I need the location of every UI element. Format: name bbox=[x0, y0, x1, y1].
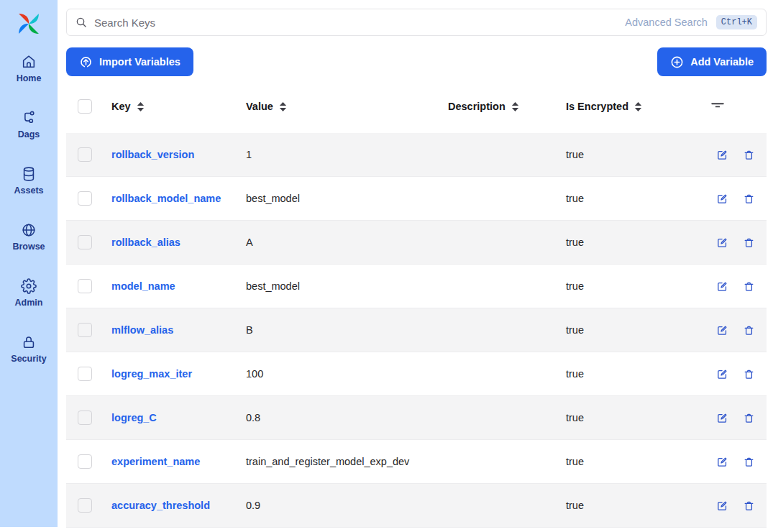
edit-icon[interactable] bbox=[716, 324, 728, 336]
row-checkbox-cell bbox=[66, 191, 101, 206]
row-checkbox[interactable] bbox=[78, 367, 92, 381]
sidebar-item-dags[interactable]: Dags bbox=[18, 110, 40, 139]
row-key-link[interactable]: logreg_C bbox=[111, 412, 157, 423]
row-value: 0.9 bbox=[246, 500, 260, 511]
header-is-encrypted-label: Is Encrypted bbox=[566, 101, 628, 112]
edit-icon[interactable] bbox=[716, 368, 728, 380]
row-key-cell: logreg_max_iter bbox=[101, 368, 235, 380]
row-value: A bbox=[246, 237, 253, 248]
advanced-search-link[interactable]: Advanced Search bbox=[625, 17, 707, 28]
header-is-encrypted[interactable]: Is Encrypted bbox=[555, 101, 699, 112]
row-key-link[interactable]: rollback_model_name bbox=[111, 193, 221, 204]
sort-icon[interactable] bbox=[634, 102, 642, 111]
row-value: best_model bbox=[246, 193, 300, 204]
row-actions bbox=[699, 500, 767, 512]
row-checkbox-cell bbox=[66, 454, 101, 469]
row-checkbox[interactable] bbox=[78, 279, 92, 293]
row-value-cell: 0.8 bbox=[235, 412, 437, 423]
sidebar-item-home[interactable]: Home bbox=[17, 54, 42, 83]
sidebar-item-label: Home bbox=[17, 73, 42, 83]
header-value[interactable]: Value bbox=[235, 101, 437, 112]
row-checkbox[interactable] bbox=[78, 323, 92, 337]
delete-icon[interactable] bbox=[743, 324, 755, 336]
plus-circle-icon bbox=[670, 55, 684, 69]
search-input[interactable] bbox=[94, 17, 625, 29]
delete-icon[interactable] bbox=[743, 149, 755, 161]
row-checkbox[interactable] bbox=[78, 147, 92, 162]
row-checkbox[interactable] bbox=[78, 191, 92, 206]
sidebar-nav: Home Dags Assets bbox=[11, 54, 46, 364]
row-value-cell: B bbox=[235, 324, 437, 336]
row-actions bbox=[699, 324, 767, 336]
edit-icon[interactable] bbox=[716, 149, 728, 161]
row-encrypted: true bbox=[566, 324, 584, 336]
sort-icon[interactable] bbox=[279, 102, 287, 111]
row-checkbox[interactable] bbox=[78, 235, 92, 249]
row-encrypted: true bbox=[566, 280, 584, 292]
edit-icon[interactable] bbox=[716, 280, 728, 293]
row-actions bbox=[699, 149, 767, 161]
row-encrypted-cell: true bbox=[555, 237, 699, 248]
sort-icon[interactable] bbox=[137, 102, 145, 111]
row-key-cell: rollback_model_name bbox=[101, 193, 235, 204]
row-key-link[interactable]: model_name bbox=[111, 280, 175, 292]
table-row: accuracy_threshold 0.9 true bbox=[66, 484, 767, 528]
header-filter-cell bbox=[699, 98, 767, 116]
row-checkbox-cell bbox=[66, 498, 101, 513]
add-variable-button[interactable]: Add Variable bbox=[657, 47, 767, 76]
sidebar-item-label: Browse bbox=[12, 242, 45, 252]
row-checkbox-cell bbox=[66, 279, 101, 293]
delete-icon[interactable] bbox=[743, 237, 755, 249]
row-encrypted: true bbox=[566, 368, 584, 380]
delete-icon[interactable] bbox=[743, 368, 755, 380]
row-key-cell: accuracy_threshold bbox=[101, 500, 235, 511]
row-checkbox-cell bbox=[66, 367, 101, 381]
header-checkbox-cell bbox=[66, 99, 101, 114]
row-value-cell: 100 bbox=[235, 368, 437, 380]
edit-icon[interactable] bbox=[716, 237, 728, 249]
row-key-link[interactable]: rollback_version bbox=[111, 149, 194, 160]
sidebar-item-assets[interactable]: Assets bbox=[14, 166, 44, 196]
row-value-cell: best_model bbox=[235, 193, 437, 204]
row-encrypted-cell: true bbox=[555, 500, 699, 511]
edit-icon[interactable] bbox=[716, 456, 728, 468]
sort-icon[interactable] bbox=[511, 102, 519, 111]
row-value: B bbox=[246, 324, 253, 336]
row-key-link[interactable]: experiment_name bbox=[111, 456, 200, 467]
row-value-cell: 0.9 bbox=[235, 500, 437, 511]
toolbar: Import Variables Add Variable bbox=[66, 47, 767, 76]
row-key-link[interactable]: logreg_max_iter bbox=[111, 368, 192, 380]
delete-icon[interactable] bbox=[743, 193, 755, 205]
airflow-variables-page: Home Dags Assets bbox=[0, 0, 773, 532]
edit-icon[interactable] bbox=[716, 193, 728, 205]
row-key-link[interactable]: mlflow_alias bbox=[111, 324, 173, 336]
edit-icon[interactable] bbox=[716, 500, 728, 512]
row-key-link[interactable]: rollback_alias bbox=[111, 237, 180, 248]
row-checkbox[interactable] bbox=[78, 498, 92, 513]
delete-icon[interactable] bbox=[743, 456, 755, 468]
select-all-checkbox[interactable] bbox=[78, 99, 92, 114]
row-checkbox[interactable] bbox=[78, 454, 92, 469]
table-row: rollback_model_name best_model true bbox=[66, 177, 767, 221]
row-checkbox[interactable] bbox=[78, 411, 92, 425]
sidebar-item-security[interactable]: Security bbox=[11, 334, 46, 364]
home-icon bbox=[21, 54, 37, 70]
header-key[interactable]: Key bbox=[101, 101, 235, 112]
delete-icon[interactable] bbox=[743, 500, 755, 512]
shortcut-badge: Ctrl+K bbox=[716, 15, 757, 29]
row-key-link[interactable]: accuracy_threshold bbox=[111, 500, 210, 511]
delete-icon[interactable] bbox=[743, 280, 755, 293]
filter-icon[interactable] bbox=[710, 98, 726, 114]
row-actions bbox=[699, 412, 767, 424]
import-variables-label: Import Variables bbox=[99, 56, 180, 68]
header-description[interactable]: Description bbox=[437, 101, 555, 112]
row-actions bbox=[699, 237, 767, 249]
search-icon bbox=[76, 17, 87, 28]
upload-icon bbox=[79, 55, 93, 69]
delete-icon[interactable] bbox=[743, 412, 755, 424]
edit-icon[interactable] bbox=[716, 412, 728, 424]
import-variables-button[interactable]: Import Variables bbox=[66, 47, 193, 76]
sidebar-item-browse[interactable]: Browse bbox=[12, 222, 45, 252]
row-value: 0.8 bbox=[246, 412, 260, 423]
sidebar-item-admin[interactable]: Admin bbox=[15, 278, 43, 308]
